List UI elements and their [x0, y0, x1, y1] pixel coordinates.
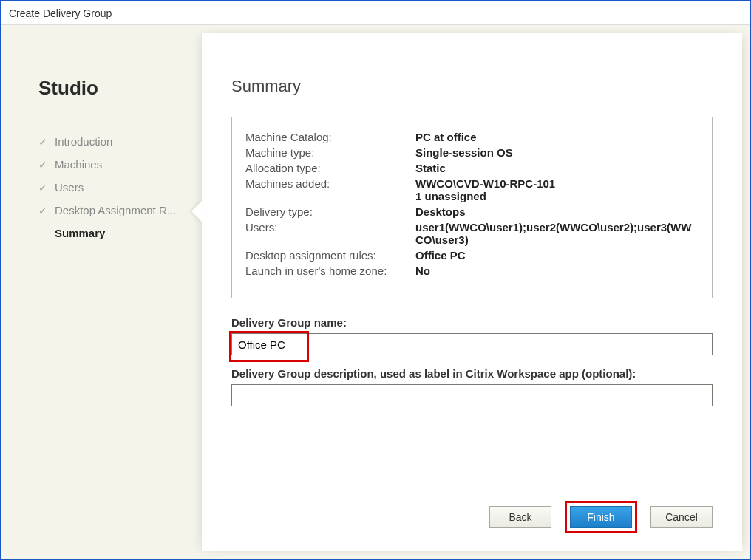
- nav-item-users[interactable]: ✓ Users: [38, 181, 186, 194]
- summary-label: Machine type:: [245, 146, 415, 159]
- summary-row: Users:user1(WWCO\user1);user2(WWCO\user2…: [245, 221, 699, 246]
- nav-item-introduction[interactable]: ✓ Introduction: [38, 135, 186, 148]
- summary-value: Single-session OS: [415, 146, 699, 159]
- summary-value: WWCO\CVD-W10-RPC-101 1 unassigned: [415, 177, 699, 202]
- delivery-group-name-input[interactable]: [231, 333, 713, 355]
- page-heading: Summary: [231, 77, 713, 96]
- summary-label: Users:: [245, 221, 415, 233]
- summary-row: Launch in user's home zone:No: [245, 264, 699, 277]
- summary-label: Machines added:: [245, 177, 415, 190]
- dialog-window: Create Delivery Group Studio ✓ Introduct…: [0, 0, 751, 560]
- summary-value: user1(WWCO\user1);user2(WWCO\user2);user…: [415, 221, 699, 246]
- window-title: Create Delivery Group: [9, 7, 112, 19]
- summary-row: Delivery type:Desktops: [245, 205, 699, 218]
- cancel-button[interactable]: Cancel: [650, 506, 713, 528]
- summary-row: Allocation type:Static: [245, 162, 699, 174]
- brand-logo: Studio: [38, 77, 186, 100]
- summary-value: Desktops: [415, 205, 699, 218]
- check-icon: ✓: [38, 182, 49, 194]
- summary-value: No: [415, 264, 699, 277]
- delivery-group-name-label: Delivery Group name:: [231, 316, 713, 329]
- delivery-group-desc-input[interactable]: [231, 384, 713, 406]
- nav-item-summary[interactable]: Summary: [38, 227, 186, 239]
- finish-button[interactable]: Finish: [570, 506, 632, 528]
- nav-label: Users: [55, 181, 84, 194]
- nav-label: Machines: [55, 158, 102, 171]
- summary-row: Desktop assignment rules:Office PC: [245, 249, 699, 262]
- button-row: Back Finish Cancel: [489, 501, 713, 533]
- check-icon: ✓: [38, 136, 49, 148]
- titlebar: Create Delivery Group: [1, 1, 750, 25]
- summary-row: Machine Catalog:PC at office: [245, 131, 699, 143]
- summary-label: Desktop assignment rules:: [245, 249, 415, 262]
- summary-value: Static: [415, 162, 699, 174]
- summary-label: Launch in user's home zone:: [245, 264, 415, 277]
- finish-highlight: Finish: [565, 501, 637, 533]
- back-button[interactable]: Back: [489, 506, 551, 528]
- nav-label: Summary: [55, 227, 105, 239]
- nav-label: Introduction: [55, 135, 112, 148]
- summary-box: Machine Catalog:PC at office Machine typ…: [231, 117, 713, 298]
- summary-row: Machine type:Single-session OS: [245, 146, 699, 159]
- sidebar: Studio ✓ Introduction ✓ Machines ✓ Users…: [9, 33, 201, 551]
- delivery-group-desc-label: Delivery Group description, used as labe…: [231, 367, 713, 380]
- dialog-body: Studio ✓ Introduction ✓ Machines ✓ Users…: [1, 25, 750, 559]
- nav-label: Desktop Assignment R...: [55, 204, 176, 216]
- check-icon: ✓: [38, 159, 49, 171]
- nav-item-desktop-assignment[interactable]: ✓ Desktop Assignment R...: [38, 204, 186, 216]
- nav-item-machines[interactable]: ✓ Machines: [38, 158, 186, 171]
- check-icon: ✓: [38, 205, 49, 216]
- main-panel: Summary Machine Catalog:PC at office Mac…: [201, 33, 742, 551]
- summary-label: Machine Catalog:: [245, 131, 415, 143]
- summary-value: Office PC: [415, 249, 699, 262]
- summary-label: Delivery type:: [245, 205, 415, 218]
- summary-row: Machines added:WWCO\CVD-W10-RPC-101 1 un…: [245, 177, 699, 202]
- summary-label: Allocation type:: [245, 162, 415, 174]
- summary-value: PC at office: [415, 131, 699, 143]
